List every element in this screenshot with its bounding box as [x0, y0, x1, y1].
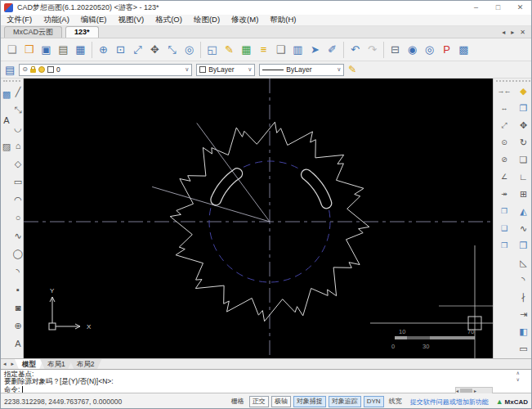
point-icon[interactable]: ▪	[12, 281, 24, 299]
open-drawing-icon[interactable]: ❒	[20, 41, 38, 59]
zoom-all-icon[interactable]: ◎	[181, 41, 198, 59]
insert-block-icon[interactable]: ⊕	[12, 317, 24, 335]
dim-radius-icon[interactable]: ⊙	[494, 134, 513, 151]
sketch-icon[interactable]: ✎	[221, 41, 238, 59]
zoom-object-icon[interactable]: ◱	[203, 41, 221, 59]
dim-diameter-icon[interactable]: ⊘	[494, 151, 513, 169]
menu-help[interactable]: 帮助(H)	[264, 15, 302, 25]
polygon-irregular-icon[interactable]: ◇	[12, 155, 24, 173]
maximize-button[interactable]: □	[487, 1, 509, 15]
layout-next-icon[interactable]: ▸	[9, 361, 17, 367]
spline-edit-icon[interactable]: ∿	[514, 220, 532, 237]
box3d-icon[interactable]: ◧	[514, 323, 532, 340]
menu-format[interactable]: 格式(O)	[150, 15, 188, 25]
block-icon[interactable]: ◙	[12, 299, 24, 317]
mirror-icon[interactable]: ◭	[514, 203, 532, 220]
layout-prev-icon[interactable]: ◂	[1, 361, 9, 367]
command-window[interactable]: 指定基点: 要删除源对象吗？[是(Y)/否(N)]<N>: 命令:	[1, 369, 531, 393]
minimize-button[interactable]: –	[465, 1, 487, 15]
open-folder-icon[interactable]: ▤	[55, 41, 72, 59]
zoom-extents-icon[interactable]: ⤢	[129, 41, 146, 59]
menu-edit[interactable]: 编辑(E)	[75, 15, 113, 25]
linetype-icon[interactable]: ≡	[255, 41, 272, 59]
menu-modify[interactable]: 修改(M)	[226, 15, 264, 25]
color-palette-icon[interactable]: ▦	[238, 41, 255, 59]
zoom-dynamic-icon[interactable]: ⊕	[95, 41, 112, 59]
menu-view[interactable]: 视图(V)	[112, 15, 150, 25]
move-icon[interactable]: ✥	[514, 117, 532, 134]
redo-icon[interactable]: ↷	[364, 41, 381, 59]
export-image-icon[interactable]: ▩	[455, 41, 472, 59]
layer-dropdown-icon[interactable]: ∨	[185, 66, 189, 73]
viewport-icon[interactable]: ▭	[514, 340, 532, 357]
tab-prev-icon[interactable]: ◂	[502, 29, 505, 36]
tab-close-icon[interactable]: ✕	[520, 29, 525, 36]
explode-squares-icon[interactable]: ❒	[494, 237, 513, 254]
drawing-viewport[interactable]: 1070030YX	[24, 79, 493, 358]
scroll-right-icon[interactable]: ▸	[474, 388, 476, 393]
toggle-osnap[interactable]: 对象捕捉	[293, 396, 326, 407]
web-cloud-icon[interactable]: ◎	[421, 41, 438, 59]
dim-angular-icon[interactable]: ∠	[494, 169, 513, 186]
chamfer-icon[interactable]: ◺	[514, 254, 532, 272]
linetype-edit-pencil-icon[interactable]: ✎	[348, 65, 356, 74]
toggle-dyn[interactable]: DYN	[364, 396, 384, 407]
trim-icon[interactable]: ⇥	[514, 306, 532, 323]
text-icon[interactable]: A	[12, 335, 24, 353]
scroll-left-icon[interactable]: ◂	[456, 388, 458, 393]
line-icon[interactable]: ╱	[12, 83, 24, 101]
layout-tab-1[interactable]: 布局1	[40, 359, 73, 369]
color-dropdown-icon[interactable]: ∨	[248, 66, 252, 73]
close-button[interactable]: ✕	[509, 1, 531, 15]
new-file-icon[interactable]: ❏	[3, 41, 20, 59]
linetype-dropdown-icon[interactable]: ∨	[337, 66, 341, 73]
dim-linear-icon[interactable]: ↔	[494, 100, 513, 117]
layer-select[interactable]: ⊙ 0 ∨	[19, 64, 192, 76]
circle-icon[interactable]: ○	[12, 209, 24, 227]
offset-icon[interactable]: ❏	[514, 151, 532, 169]
erase-icon[interactable]: ◆	[514, 83, 532, 100]
toggle-grid[interactable]: 栅格	[229, 397, 247, 407]
export-pdf-icon[interactable]: P	[438, 41, 455, 59]
ellipse-arc-icon[interactable]: ◝	[12, 263, 24, 281]
zoom-scale-icon[interactable]: ⤡	[163, 41, 181, 59]
feedback-link[interactable]: 提交软件问题或增加新功能	[410, 398, 489, 407]
pan-icon[interactable]: ✥	[146, 41, 163, 59]
dim-align-icon[interactable]: →←	[494, 83, 513, 100]
spline-icon[interactable]: ∿	[12, 227, 24, 245]
layer-manager-icon[interactable]: ❑	[272, 41, 289, 59]
scale-icon[interactable]: ❒	[514, 237, 532, 254]
polyline-edit-icon[interactable]: ∟	[514, 169, 532, 186]
multiline-text-icon[interactable]: A	[1, 111, 12, 129]
construction-line-icon[interactable]: ⤡	[12, 101, 24, 119]
polygon-icon[interactable]: ⌂	[12, 137, 24, 155]
print-icon[interactable]: ⊟	[387, 41, 404, 59]
zoom-window-icon[interactable]: ⊡	[112, 41, 129, 59]
scrollbar-thumb[interactable]	[460, 389, 472, 393]
paste-squares-icon[interactable]: ❑	[494, 220, 513, 237]
save-icon[interactable]: ▣	[38, 41, 55, 59]
format-brush-icon[interactable]: ✐	[324, 41, 341, 59]
layout-tab-model[interactable]: 模型	[15, 359, 43, 369]
scroll-up-icon[interactable]: ∧	[516, 370, 520, 375]
rotate-icon[interactable]: ↻	[514, 134, 532, 151]
hatch-icon[interactable]: ▨	[1, 137, 12, 155]
display-settings-icon[interactable]: ▥	[289, 41, 306, 59]
select-icon[interactable]: ➤	[306, 41, 324, 59]
undo-icon[interactable]: ↶	[346, 41, 364, 59]
arc-icon[interactable]: ◠	[12, 191, 24, 209]
array-icon[interactable]: ⊞	[514, 186, 532, 203]
toggle-otrack[interactable]: 对象追踪	[329, 396, 361, 407]
copy-squares-icon[interactable]: ❐	[494, 203, 513, 220]
break-icon[interactable]: ∤	[514, 289, 532, 306]
toggle-lineweight[interactable]: 线宽	[387, 397, 405, 407]
save-as-icon[interactable]: ▦	[72, 41, 89, 59]
scroll-down-icon[interactable]: ∨	[516, 376, 520, 382]
dim-aligned-icon[interactable]: ⤢	[494, 117, 513, 134]
rectangle-icon[interactable]: ▭	[12, 173, 24, 191]
menu-function[interactable]: 功能(A)	[38, 15, 75, 25]
menu-draw[interactable]: 绘图(D)	[188, 15, 226, 25]
dim-continue-icon[interactable]: ↠	[494, 186, 513, 203]
tab-mxcad-cloud[interactable]: MxCAD云图	[4, 26, 62, 38]
publish-web-icon[interactable]: ◉	[404, 41, 421, 59]
